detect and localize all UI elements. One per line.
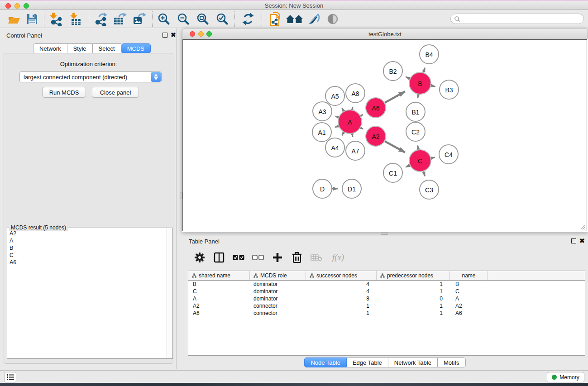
edge-A2-C[interactable]: [385, 141, 405, 152]
edge-B-B4[interactable]: [424, 68, 425, 73]
node-label-C1: C1: [389, 170, 397, 177]
table-cell: B: [450, 281, 488, 288]
close-panel-icon[interactable]: ✖: [171, 33, 176, 38]
edge-C-C4[interactable]: [431, 157, 435, 158]
import-network-button[interactable]: [48, 12, 64, 26]
home-button[interactable]: [285, 12, 304, 26]
tab-style[interactable]: Style: [67, 43, 93, 53]
mcds-result-item[interactable]: B: [8, 244, 166, 252]
tab-network-table[interactable]: Network Table: [388, 357, 438, 367]
table-settings-button[interactable]: [193, 251, 206, 264]
zoom-out-button[interactable]: [176, 12, 191, 26]
search-input[interactable]: [462, 15, 583, 23]
show-hide-button[interactable]: [325, 12, 340, 26]
export-image-button[interactable]: [132, 12, 147, 26]
tab-mcds[interactable]: MCDS: [121, 43, 151, 53]
delete-table-button[interactable]: [310, 251, 323, 264]
close-table-panel-icon[interactable]: ✖: [579, 238, 585, 243]
edge-A6-B[interactable]: [385, 91, 405, 103]
edge-C-C3[interactable]: [424, 172, 425, 176]
desktop-vscroll-thumb[interactable]: [180, 192, 182, 199]
tab-edge-table[interactable]: Edge Table: [347, 357, 388, 367]
refresh-icon: [241, 12, 255, 26]
edge-B-B2[interactable]: [406, 77, 410, 79]
zoom-selected-button[interactable]: [215, 12, 230, 26]
clone-network-button[interactable]: [268, 12, 283, 26]
table-row[interactable]: Adominator80A: [188, 295, 585, 302]
column-header-shared-name[interactable]: shared name: [188, 271, 250, 280]
column-header-mcds-role[interactable]: MCDS role: [250, 271, 306, 280]
export-table-button[interactable]: [112, 12, 128, 26]
table-row[interactable]: Cdominator41C: [188, 288, 585, 295]
export-network-button[interactable]: [93, 12, 109, 26]
task-history-button[interactable]: [4, 372, 16, 382]
edge-B-B1[interactable]: [418, 95, 418, 98]
export-network-icon: [94, 12, 108, 26]
zoom-in-button[interactable]: [156, 12, 172, 26]
mcds-result-item[interactable]: A: [8, 237, 166, 244]
tab-select[interactable]: Select: [93, 43, 121, 53]
trash-icon: [292, 252, 302, 263]
mcds-list-scrollbar[interactable]: [167, 228, 172, 358]
edge-A-A2[interactable]: [361, 128, 363, 129]
edge-A-A6[interactable]: [361, 114, 363, 116]
zoom-fit-icon: [196, 13, 209, 25]
node-label-C4: C4: [445, 151, 453, 158]
attribute-tree-icon: [310, 273, 314, 278]
edge-A-A7[interactable]: [352, 134, 353, 137]
deselect-all-button[interactable]: [251, 251, 265, 264]
table-row[interactable]: Bdominator41B: [188, 281, 585, 288]
column-header-name[interactable]: name: [450, 271, 488, 280]
memory-button[interactable]: Memory: [547, 372, 584, 382]
table-row[interactable]: A6connector11A6: [188, 310, 585, 317]
mcds-result-item[interactable]: A6: [8, 259, 166, 266]
network-canvas[interactable]: B4B2BB3A5A8A6A3AB1A1A2C2A4A7CC4C1C3DD1: [182, 39, 587, 231]
node-label-B: B: [418, 80, 422, 87]
edge-A-A4[interactable]: [342, 132, 344, 135]
save-session-button[interactable]: [24, 12, 40, 26]
add-column-button[interactable]: [271, 251, 284, 264]
open-session-button[interactable]: [6, 12, 22, 26]
search-field[interactable]: [450, 14, 584, 24]
fx-icon: f(x): [332, 253, 344, 262]
table-cell: 1: [306, 310, 377, 317]
tab-node-table[interactable]: Node Table: [304, 357, 347, 367]
float-panel-icon[interactable]: [163, 33, 167, 38]
optimization-criterion-select[interactable]: largest connected component (directed): [19, 71, 162, 82]
session-title: Session: New Session: [0, 2, 588, 9]
delete-column-button[interactable]: [290, 251, 304, 264]
table-cell: C: [188, 288, 250, 295]
select-all-button[interactable]: [232, 251, 245, 264]
tab-motifs[interactable]: Motifs: [438, 357, 466, 367]
float-table-panel-icon[interactable]: [571, 238, 576, 243]
function-builder-button[interactable]: f(x): [329, 251, 347, 264]
desktop-hscroll-thumb[interactable]: [381, 232, 388, 235]
node-label-A4: A4: [331, 144, 339, 152]
hide-annotations-button[interactable]: [306, 12, 321, 26]
table-cell: B: [188, 281, 250, 288]
edge-C-C2[interactable]: [418, 146, 418, 150]
window-resize-grip[interactable]: [579, 223, 585, 229]
tab-network[interactable]: Network: [33, 43, 67, 53]
mcds-result-item[interactable]: C: [8, 252, 166, 259]
column-header-successor-nodes[interactable]: successor nodes: [306, 271, 377, 280]
edge-A-A5[interactable]: [342, 108, 344, 111]
edge-A-A1[interactable]: [335, 126, 339, 127]
node-label-D1: D1: [348, 186, 356, 193]
refresh-button[interactable]: [240, 12, 256, 26]
edge-A-A3[interactable]: [335, 116, 339, 118]
run-mcds-button[interactable]: Run MCDS: [42, 87, 86, 98]
import-table-button[interactable]: [68, 12, 83, 26]
zoom-fit-button[interactable]: [195, 12, 210, 26]
edge-B-B3[interactable]: [431, 86, 435, 86]
close-panel-button[interactable]: Close panel: [92, 87, 139, 98]
column-header-predecessor-nodes[interactable]: predecessor nodes: [377, 271, 450, 280]
eye-icon: [326, 12, 339, 26]
network-window-titlebar[interactable]: testGlobe.txt: [182, 28, 588, 39]
show-columns-button[interactable]: [212, 251, 226, 264]
edge-A-A8[interactable]: [352, 107, 353, 110]
mcds-result-item[interactable]: A2: [8, 230, 166, 237]
edge-C-C1[interactable]: [406, 165, 410, 167]
table-row[interactable]: A2connector11A2: [188, 302, 585, 310]
import-network-icon: [49, 12, 63, 26]
